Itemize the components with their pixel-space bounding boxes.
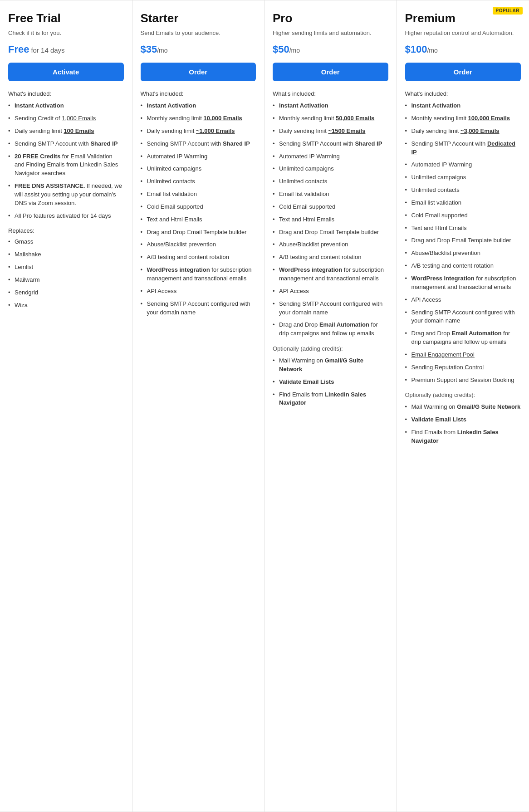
price-amount: $100	[405, 44, 427, 55]
feature-list-premium: Instant ActivationMonthly sending limit …	[405, 102, 521, 384]
feature-item: Monthly sending limit 50,000 Emails	[273, 114, 388, 123]
feature-item: Unlimited campaigns	[273, 165, 388, 173]
replaces-item: Sendgrid	[8, 289, 124, 297]
feature-item: Monthly sending limit 100,000 Emails	[405, 114, 521, 123]
feature-item: Email list validation	[141, 190, 256, 199]
feature-item: Sending Credit of 1,000 Emails	[8, 114, 124, 123]
feature-item: Sending SMTP Account with Dedicated IP	[405, 140, 521, 157]
plan-col-pro: ProHigher sending limits and automation.…	[264, 0, 397, 812]
feature-bold: Linkedin Sales Navigator	[411, 429, 499, 444]
replaces-item: Mailshake	[8, 250, 124, 259]
plan-price-pro: $50/mo	[273, 44, 388, 55]
feature-item: Sending SMTP Account with Shared IP	[8, 140, 124, 148]
order-button-premium[interactable]: Order	[405, 63, 521, 81]
feature-item: Text and Html Emails	[273, 215, 388, 224]
feature-item: Unlimited campaigns	[141, 165, 256, 173]
order-button-pro[interactable]: Order	[273, 63, 388, 81]
optionally-item: Find Emails from Linkedin Sales Navigato…	[405, 428, 521, 445]
feature-item: Text and Html Emails	[405, 224, 521, 233]
price-free: Free	[8, 44, 29, 55]
feature-item: Email Engagement Pool	[405, 351, 521, 359]
feature-underline: Automated IP Warming	[147, 153, 208, 160]
feature-item: Daily sending limit ~1,000 Emails	[141, 127, 256, 136]
feature-item: WordPress integration for subscription m…	[273, 266, 388, 283]
feature-item: Unlimited campaigns	[405, 173, 521, 182]
feature-item: All Pro features activated for 14 days	[8, 212, 124, 220]
feature-bold: Shared IP	[355, 140, 382, 147]
feature-item: Cold Email supported	[405, 211, 521, 220]
feature-item: WordPress integration for subscription m…	[141, 266, 256, 283]
feature-item: 20 FREE Credits for Email Validation and…	[8, 152, 124, 178]
optionally-item: Find Emails from Linkedin Sales Navigato…	[273, 391, 388, 408]
feature-item: Sending SMTP Account configured with you…	[405, 308, 521, 326]
feature-item: Text and Html Emails	[141, 215, 256, 224]
replaces-item: Gmass	[8, 238, 124, 246]
feature-bold: WordPress integration	[279, 266, 342, 273]
feature-underline: 1,000 Emails	[62, 115, 96, 122]
pricing-grid: Free TrialCheck if it is for you. Free f…	[0, 0, 529, 812]
feature-list-pro: Instant ActivationMonthly sending limit …	[273, 102, 388, 338]
feature-item: Drag and Drop Email Template builder	[273, 228, 388, 237]
feature-item: Daily sending limit ~1500 Emails	[273, 127, 388, 136]
feature-bold: Validate Email Lists	[279, 378, 334, 385]
feature-bold: Linkedin Sales Navigator	[279, 391, 366, 406]
price-period: /mo	[157, 47, 167, 54]
feature-item: Automated IP Warming	[141, 152, 256, 161]
plan-price-starter: $35/mo	[141, 44, 256, 55]
feature-bold: Shared IP	[223, 140, 250, 147]
feature-bold: Email Automation	[319, 321, 369, 328]
whats-included-label-premium: What's included:	[405, 90, 521, 97]
feature-item: Abuse/Blacklist prevention	[141, 240, 256, 249]
feature-item: Abuse/Blacklist prevention	[273, 240, 388, 249]
feature-item: Sending SMTP Account configured with you…	[273, 300, 388, 317]
feature-item: API Access	[273, 287, 388, 296]
plan-subtitle-free-trial: Check if it is for you.	[8, 29, 124, 37]
replaces-label: Replaces:	[8, 227, 124, 234]
plan-price-free-trial: Free for 14 days	[8, 44, 124, 55]
feature-list-starter: Instant ActivationMonthly sending limit …	[141, 102, 256, 317]
feature-bold: WordPress integration	[147, 266, 210, 273]
price-period: /mo	[427, 47, 437, 54]
feature-bold: 20 FREE Credits	[15, 153, 60, 160]
feature-item: A/B testing and content rotation	[273, 253, 388, 262]
whats-included-label-pro: What's included:	[273, 90, 388, 97]
feature-bold: Instant Activation	[15, 102, 64, 109]
feature-item: Sending SMTP Account configured with you…	[141, 300, 256, 317]
feature-underline: Automated IP Warming	[279, 153, 340, 160]
plan-title-starter: Starter	[141, 11, 256, 25]
feature-item: Drag and Drop Email Automation for drip …	[273, 321, 388, 338]
feature-item: Monthly sending limit 10,000 Emails	[141, 114, 256, 123]
optionally-label-premium: Optionally (adding credits):	[405, 391, 521, 398]
plan-price-premium: $100/mo	[405, 44, 521, 55]
feature-item: Unlimited contacts	[273, 177, 388, 186]
optionally-item: Validate Email Lists	[273, 378, 388, 386]
feature-item: Drag and Drop Email Automation for drip …	[405, 329, 521, 347]
feature-item: Drag and Drop Email Template builder	[405, 236, 521, 245]
feature-item: Cold Email supported	[273, 203, 388, 211]
feature-item: API Access	[141, 287, 256, 296]
feature-list-free-trial: Instant ActivationSending Credit of 1,00…	[8, 102, 124, 220]
order-button-starter[interactable]: Order	[141, 63, 256, 81]
feature-item: Daily sending limit ~3,000 Emails	[405, 127, 521, 136]
feature-item: Sending Reputation Control	[405, 363, 521, 372]
plan-title-pro: Pro	[273, 11, 388, 25]
feature-item: Automated IP Warming	[273, 152, 388, 161]
feature-bold: Shared IP	[90, 140, 118, 147]
feature-item: Email list validation	[405, 199, 521, 207]
feature-bold: Email Automation	[451, 330, 501, 337]
replaces-list: GmassMailshakeLemlistMailwarmSendgridWiz…	[8, 238, 124, 309]
feature-item: Unlimited contacts	[141, 177, 256, 186]
optionally-list-pro: Mail Warming on Gmail/G Suite NetworkVal…	[273, 357, 388, 407]
popular-badge: POPULAR	[493, 7, 523, 15]
price-amount: $35	[141, 44, 157, 55]
price-amount: $50	[273, 44, 289, 55]
feature-underline: Email Engagement Pool	[411, 351, 475, 358]
feature-item: Automated IP Warming	[405, 161, 521, 169]
price-free-days: for 14 days	[31, 46, 64, 54]
feature-item: Abuse/Blacklist prevention	[405, 249, 521, 258]
feature-item: WordPress integration for subscription m…	[405, 274, 521, 292]
feature-item: Cold Email supported	[141, 203, 256, 211]
feature-bold: Gmail/G Suite Network	[279, 357, 363, 372]
activate-button[interactable]: Activate	[8, 63, 124, 81]
feature-bold: WordPress integration	[411, 275, 475, 282]
